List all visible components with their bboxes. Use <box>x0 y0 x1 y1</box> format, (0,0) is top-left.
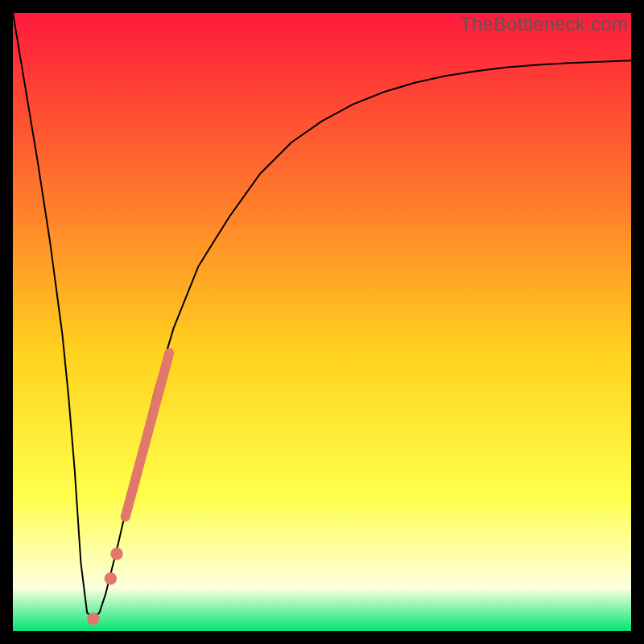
gradient-background <box>13 13 631 631</box>
chart-frame: TheBottleneck.com <box>0 0 644 644</box>
watermark-text: TheBottleneck.com <box>460 13 628 35</box>
marker-dot-upper <box>110 547 122 559</box>
marker-dot-lower <box>105 572 117 584</box>
plot-area: TheBottleneck.com <box>13 13 631 631</box>
marker-min <box>87 613 99 625</box>
chart-svg <box>13 13 631 631</box>
